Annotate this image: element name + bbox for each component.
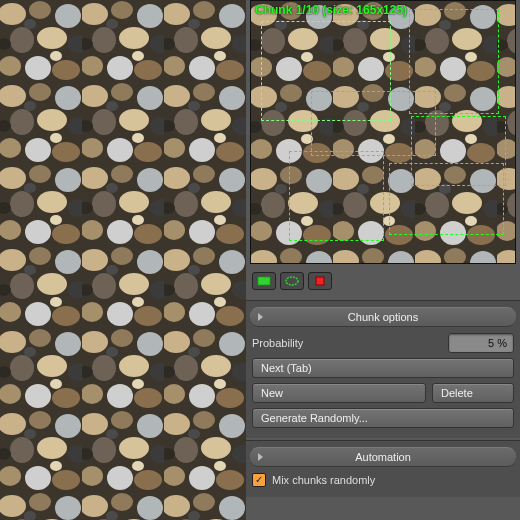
- generate-label: Generate Randomly...: [261, 412, 368, 424]
- probability-label: Probability: [252, 337, 442, 349]
- lasso-select-button[interactable]: [280, 272, 304, 290]
- chunk-info-label: Chunk 1/10 (size: 165x125): [255, 3, 407, 17]
- svg-point-16: [286, 277, 298, 285]
- rect-select-button[interactable]: [252, 272, 276, 290]
- chunk-options-panel: Chunk options Probability 5 % Next (Tab)…: [246, 300, 520, 438]
- inspector-panel: Chunk 1/10 (size: 165x125) Chunk opt: [246, 0, 520, 520]
- next-button[interactable]: Next (Tab): [252, 358, 514, 378]
- delete-label: Delete: [441, 387, 473, 399]
- pebble-texture: [0, 0, 246, 520]
- next-label: Next (Tab): [261, 362, 312, 374]
- mix-chunks-label: Mix chunks randomly: [272, 474, 375, 486]
- panel-title: Chunk options: [348, 311, 418, 323]
- automation-header[interactable]: Automation: [250, 447, 516, 467]
- source-texture-view: [0, 0, 246, 520]
- probability-value: 5 %: [488, 337, 507, 349]
- chunk-selection[interactable]: [289, 151, 384, 241]
- panel-title: Automation: [355, 451, 411, 463]
- rect-select-icon: [256, 275, 272, 287]
- lasso-select-icon: [284, 275, 300, 287]
- stop-record-icon: [312, 275, 328, 287]
- chunk-options-header[interactable]: Chunk options: [250, 307, 516, 327]
- disclosure-triangle-icon: [258, 453, 263, 461]
- svg-rect-17: [316, 277, 324, 285]
- delete-button[interactable]: Delete: [432, 383, 514, 403]
- generate-randomly-button[interactable]: Generate Randomly...: [252, 408, 514, 428]
- chunk-selection[interactable]: [389, 163, 504, 235]
- chunk-preview[interactable]: Chunk 1/10 (size: 165x125): [250, 0, 516, 264]
- chunk-toolbar: [246, 270, 520, 298]
- new-label: New: [261, 387, 283, 399]
- probability-input[interactable]: 5 %: [448, 333, 514, 353]
- mix-chunks-checkbox[interactable]: [252, 473, 266, 487]
- svg-rect-15: [258, 277, 270, 285]
- disclosure-triangle-icon: [258, 313, 263, 321]
- new-button[interactable]: New: [252, 383, 426, 403]
- automation-panel: Automation Mix chunks randomly: [246, 440, 520, 497]
- svg-rect-13: [0, 0, 246, 520]
- stop-record-button[interactable]: [308, 272, 332, 290]
